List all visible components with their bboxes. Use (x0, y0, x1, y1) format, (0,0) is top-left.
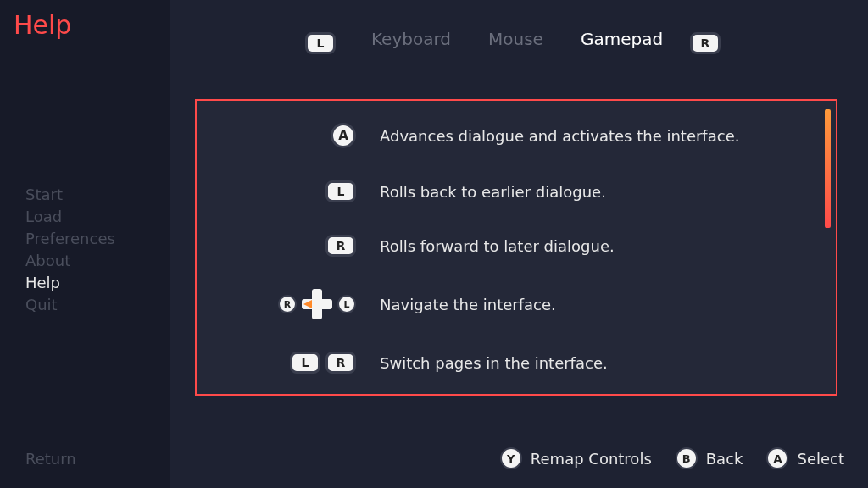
footer-back[interactable]: B Back (676, 447, 743, 469)
footer-select[interactable]: A Select (766, 447, 844, 469)
b-button-icon: B (676, 447, 698, 469)
help-rows: A Advances dialogue and activates the in… (222, 123, 810, 374)
help-row-glyphs: R L (222, 289, 380, 319)
l-stick-icon: L (337, 295, 356, 313)
help-row-glyphs: R (222, 235, 380, 257)
tab-keyboard[interactable]: Keyboard (371, 29, 451, 49)
help-row: L Rolls back to earlier dialogue. (222, 180, 810, 202)
r-bumper-icon: R (326, 352, 356, 374)
menu-item-help[interactable]: Help (25, 273, 115, 293)
help-row: R L Navigate the interface. (222, 289, 810, 319)
footer-label: Back (706, 450, 743, 468)
tab-next-bumper-icon[interactable]: R (690, 32, 721, 54)
help-row: L R Switch pages in the interface. (222, 352, 810, 374)
help-row-glyphs: L (222, 180, 380, 202)
menu-item-about[interactable]: About (25, 251, 115, 271)
sidebar: Help Start Load Preferences About Help Q… (0, 0, 170, 488)
help-row-desc: Rolls back to earlier dialogue. (380, 183, 810, 201)
help-row-glyphs: A (222, 123, 380, 148)
a-button-icon: A (766, 447, 788, 469)
l-bumper-icon: L (326, 180, 356, 202)
tab-prev-bumper-icon[interactable]: L (305, 32, 336, 54)
tab-bar: Keyboard Mouse Gamepad (371, 29, 663, 49)
y-button-icon: Y (500, 447, 522, 469)
footer-remap-controls[interactable]: Y Remap Controls (500, 447, 652, 469)
help-row-desc: Rolls forward to later dialogue. (380, 237, 810, 255)
menu-item-preferences[interactable]: Preferences (25, 229, 115, 249)
footer-hints: Y Remap Controls B Back A Select (500, 447, 844, 469)
help-row: A Advances dialogue and activates the in… (222, 123, 810, 148)
page-title: Help (14, 10, 71, 40)
l-bumper-icon: L (290, 352, 320, 374)
r-bumper-icon: R (326, 235, 356, 257)
menu-item-quit[interactable]: Quit (25, 295, 115, 315)
help-row-glyphs: L R (222, 352, 380, 374)
menu-item-start[interactable]: Start (25, 185, 115, 205)
help-row-desc: Switch pages in the interface. (380, 354, 810, 372)
dpad-icon (302, 289, 332, 319)
tab-mouse[interactable]: Mouse (488, 29, 543, 49)
main-menu: Start Load Preferences About Help Quit (25, 185, 115, 315)
help-content-panel: A Advances dialogue and activates the in… (195, 99, 837, 396)
help-row-desc: Advances dialogue and activates the inte… (380, 127, 810, 145)
menu-item-load[interactable]: Load (25, 207, 115, 227)
return-button[interactable]: Return (25, 450, 76, 468)
scrollbar-thumb[interactable] (825, 109, 831, 228)
tab-gamepad[interactable]: Gamepad (581, 29, 663, 49)
a-button-icon: A (331, 123, 356, 148)
r-stick-icon: R (278, 295, 297, 313)
help-row-desc: Navigate the interface. (380, 296, 810, 313)
help-row: R Rolls forward to later dialogue. (222, 235, 810, 257)
footer-label: Select (797, 450, 844, 468)
footer-label: Remap Controls (531, 450, 652, 468)
